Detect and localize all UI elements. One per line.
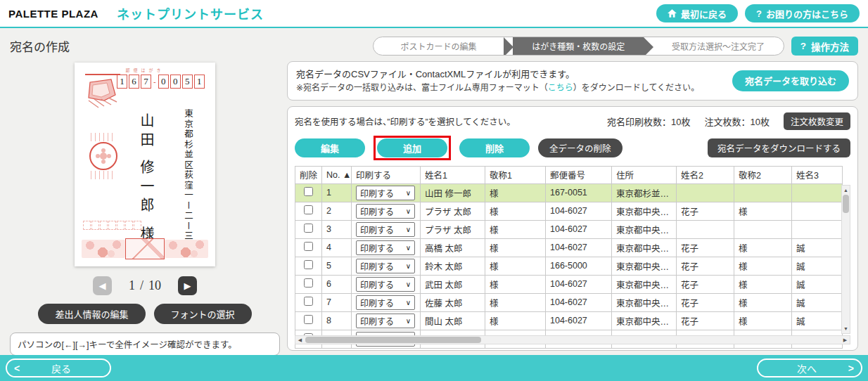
honorific2-cell: 様 (734, 257, 792, 275)
column-header[interactable]: No. ▲ (322, 166, 352, 183)
prev-page-button[interactable]: ◀ (93, 276, 112, 295)
vertical-scrollbar[interactable]: ▲ ▼ (841, 185, 850, 335)
address-cell: 東京都中央… (612, 275, 677, 293)
print-select-dropdown[interactable]: 印刷する∨ (356, 240, 415, 255)
zip-cell: 104-6027 (546, 293, 612, 311)
table-row[interactable]: 3印刷する∨プラザ 太郎様104-6027東京都中央… (295, 220, 843, 238)
row-delete-checkbox[interactable] (304, 297, 313, 306)
add-button[interactable]: 追加 (377, 138, 447, 157)
howto-button[interactable]: ? 操作方法 (791, 37, 858, 56)
address-table-panel: 宛名を使用する場合は、”印刷する”を選択してください。 宛名印刷枚数：10枚 注… (287, 106, 858, 351)
row-number-cell: 4 (322, 238, 352, 257)
address-cell: 東京都中央… (612, 202, 677, 220)
print-select-dropdown[interactable]: 印刷する∨ (356, 277, 415, 292)
table-row[interactable]: 6印刷する∨武田 太郎様104-6027東京都中央…花子様誠 (295, 275, 843, 293)
row-delete-checkbox[interactable] (304, 224, 313, 233)
column-header[interactable]: 住所 (612, 166, 677, 183)
download-format-link[interactable]: こちら (548, 83, 573, 93)
column-header[interactable]: 印刷する (352, 166, 421, 183)
column-header[interactable]: 郵便番号 (546, 166, 612, 183)
table-row[interactable]: 5印刷する∨鈴木 太郎様166-5000東京都中央…花子様誠 (295, 257, 843, 275)
postcard-decoration (82, 238, 208, 259)
print-select-dropdown[interactable]: 印刷する∨ (356, 259, 415, 273)
delete-checkbox-cell (295, 202, 322, 220)
column-header[interactable]: 削除 (295, 166, 322, 183)
preview-column: 郵便はがき 167-0051 山田 修一郎様 東京都杉並区荻窪一ー二ー三 (10, 61, 280, 351)
print-select-dropdown[interactable]: 印刷する∨ (356, 204, 415, 219)
row-number-cell: 5 (322, 257, 352, 275)
app-header: PALETTE PLAZA ネットプリントサービス 最初に戻る ? お困りの方は… (0, 0, 868, 28)
home-icon (668, 9, 677, 18)
name3-cell: 誠 (792, 238, 843, 257)
scroll-down-icon[interactable]: ▼ (843, 324, 848, 333)
change-order-count-button[interactable]: 注文枚数変更 (784, 112, 850, 130)
honorific1-cell: 様 (485, 293, 546, 311)
print-select-cell: 印刷する∨ (352, 293, 421, 311)
scroll-left-icon[interactable]: ◀ (295, 337, 305, 343)
name1-cell: 武田 太郎 (421, 275, 485, 293)
prev-icon: ◀ (98, 280, 106, 291)
scroll-up-icon[interactable]: ▲ (843, 186, 848, 195)
edit-sender-button[interactable]: 差出人情報の編集 (38, 304, 145, 324)
stamp-illustration (83, 74, 122, 116)
print-select-dropdown[interactable]: 印刷する∨ (356, 186, 415, 200)
table-row[interactable]: 7印刷する∨佐藤 太郎様104-6027東京都中央…花子様誠 (295, 293, 843, 311)
seal-stamp (89, 133, 118, 179)
zip-cell: 167-0051 (546, 183, 612, 202)
row-delete-checkbox[interactable] (304, 278, 313, 288)
footer-bar: < 戻る 次へ > (0, 355, 868, 381)
row-delete-checkbox[interactable] (304, 260, 313, 269)
honorific2-cell (734, 220, 792, 238)
honorific1-cell: 様 (485, 257, 546, 275)
column-header[interactable]: 敬称2 (734, 166, 792, 183)
row-delete-checkbox[interactable] (304, 187, 313, 196)
table-row[interactable]: 4印刷する∨高橋 太郎様104-6027東京都中央…花子様誠 (295, 238, 843, 257)
column-header[interactable]: 姓名2 (677, 166, 734, 183)
print-select-dropdown[interactable]: 印刷する∨ (356, 314, 415, 328)
sender-postal-box (100, 221, 108, 230)
address-cell: 東京都中央… (612, 293, 677, 311)
table-row[interactable]: 1印刷する∨山田 修一郎様167-0051東京都杉並… (295, 183, 843, 202)
row-number-cell: 3 (322, 220, 352, 238)
row-delete-checkbox[interactable] (304, 242, 313, 251)
sender-postal-box (108, 221, 116, 230)
step-3: 受取方法選択～注文完了 (653, 37, 784, 55)
column-header[interactable]: 姓名3 (792, 166, 843, 183)
table-instruction: 宛名を使用する場合は、”印刷する”を選択してください。 (295, 115, 516, 128)
postal-digit-box: 1 (194, 75, 205, 89)
name3-cell (792, 220, 843, 238)
name2-cell: 花子 (677, 311, 734, 330)
table-row[interactable]: 8印刷する∨間山 太郎様104-6027東京都中央…花子様誠 (295, 311, 843, 330)
back-button[interactable]: < 戻る (6, 359, 111, 377)
table-row[interactable]: 2印刷する∨プラザ 太郎様104-6027東京都中央…花子様 (295, 202, 843, 220)
flower-decoration (165, 240, 208, 258)
add-button-highlight: 追加 (374, 136, 451, 160)
print-select-cell: 印刷する∨ (352, 202, 421, 220)
column-header[interactable]: 姓名1 (421, 166, 485, 183)
zip-cell: 104-6027 (546, 202, 612, 220)
vscroll-thumb[interactable] (843, 195, 849, 213)
delete-all-button[interactable]: 全データの削除 (538, 138, 623, 157)
print-select-dropdown[interactable]: 印刷する∨ (356, 295, 415, 310)
row-delete-checkbox[interactable] (304, 315, 313, 324)
name1-cell: 佐藤 太郎 (421, 293, 485, 311)
next-page-button[interactable]: ▶ (178, 276, 197, 295)
delete-button[interactable]: 削除 (459, 138, 530, 157)
address-cell: 東京都中央… (612, 257, 677, 275)
edit-button[interactable]: 編集 (295, 138, 365, 157)
font-select-button[interactable]: フォントの選択 (154, 304, 252, 324)
home-button[interactable]: 最初に戻る (656, 4, 738, 22)
import-data-button[interactable]: 宛名データを取り込む (732, 70, 849, 91)
scroll-right-icon[interactable]: ▶ (841, 337, 850, 343)
download-address-data-button[interactable]: 宛名データをダウンロードする (708, 138, 850, 157)
horizontal-scrollbar[interactable]: ◀ ▶ (295, 335, 850, 344)
next-button[interactable]: 次へ > (757, 359, 862, 377)
hscroll-thumb[interactable] (305, 337, 481, 343)
print-select-dropdown[interactable]: 印刷する∨ (356, 222, 415, 237)
column-header[interactable]: 敬称1 (485, 166, 546, 183)
row-delete-checkbox[interactable] (304, 205, 313, 214)
name2-cell: 花子 (677, 202, 734, 220)
help-button[interactable]: ? お困りの方はこちら (745, 4, 860, 22)
chevron-down-icon: ∨ (406, 189, 411, 197)
zip-cell: 104-6027 (546, 275, 612, 293)
